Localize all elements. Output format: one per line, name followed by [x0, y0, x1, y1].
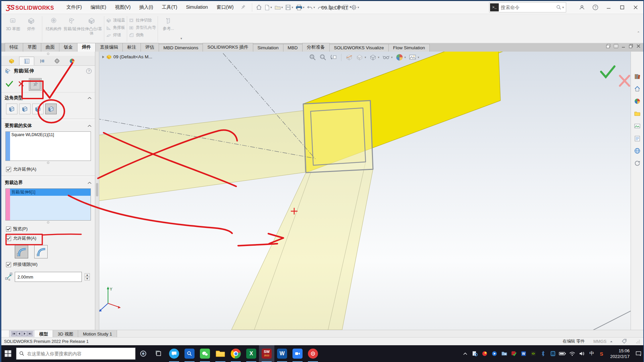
- print-button[interactable]: ▾: [295, 3, 306, 12]
- corner-type-3-button[interactable]: [32, 104, 44, 114]
- taskbar-app-remote[interactable]: [305, 345, 321, 362]
- keep-visible-pin-button[interactable]: [29, 78, 42, 91]
- taskbar-search-box[interactable]: [16, 348, 136, 360]
- scene-settings-icon[interactable]: ▾: [409, 54, 419, 61]
- extruded-cut-button[interactable]: 拉伸切除: [129, 17, 156, 23]
- menu-item-4[interactable]: 工具(T): [158, 2, 181, 12]
- tray-battery-icon[interactable]: [558, 347, 567, 360]
- boundary-section-header[interactable]: 剪裁边界: [1, 177, 95, 187]
- help-icon[interactable]: ?: [590, 2, 601, 12]
- action-center-icon[interactable]: [634, 347, 643, 360]
- file-explorer-icon[interactable]: [633, 110, 641, 118]
- undo-button[interactable]: ▾: [306, 4, 316, 11]
- gap-spinner[interactable]: ▲▼: [85, 273, 90, 281]
- feature-manager-tab[interactable]: [4, 57, 19, 65]
- doc-restore-icon[interactable]: [629, 44, 633, 49]
- taskbar-search-input[interactable]: [27, 351, 132, 356]
- panel-collapse-handle[interactable]: [1, 52, 95, 56]
- corner-type-section-header[interactable]: 边角类型: [1, 93, 95, 102]
- tray-waves-icon[interactable]: W: [519, 347, 528, 360]
- command-tab-13[interactable]: SOLIDWORKS Visualize: [329, 44, 389, 52]
- menu-item-5[interactable]: Simulation: [182, 2, 211, 12]
- previous-tab-button[interactable]: [17, 331, 22, 336]
- pin-menu-icon[interactable]: [240, 4, 246, 11]
- list-item-selected[interactable]: 剪裁/延伸6[1]: [10, 189, 91, 196]
- trim-extend-button[interactable]: 剪裁/延伸: [63, 15, 81, 42]
- list-item[interactable]: Square WLDM2E(1)[11]: [10, 132, 91, 138]
- ribbon-pin-chevron[interactable]: ⌃: [637, 31, 640, 35]
- structural-member-button[interactable]: 结构构件: [44, 15, 63, 42]
- command-tab-3[interactable]: 钣金: [59, 43, 77, 52]
- open-button[interactable]: ▾: [274, 4, 284, 11]
- taskbar-app-search-tool[interactable]: [182, 345, 197, 362]
- corner-type-2-button[interactable]: [19, 104, 31, 114]
- taskbar-app-solidworks[interactable]: SW 2022: [259, 345, 274, 362]
- tile-windows-icon[interactable]: [614, 44, 618, 49]
- zoom-area-icon[interactable]: [319, 54, 327, 61]
- tray-ime-indicator[interactable]: 中: [587, 347, 596, 360]
- edit-appearance-icon[interactable]: ▾: [396, 54, 406, 61]
- menu-item-2[interactable]: 视图(V): [111, 2, 135, 12]
- command-tab-2[interactable]: 曲面: [41, 43, 59, 52]
- start-button[interactable]: [0, 345, 16, 362]
- menu-item-1[interactable]: 编辑(E): [87, 2, 110, 12]
- command-search-input[interactable]: [499, 5, 556, 10]
- command-tab-1[interactable]: 草图: [23, 43, 41, 52]
- taskbar-app-chat[interactable]: [166, 345, 182, 362]
- command-tab-7[interactable]: 评估: [141, 43, 159, 52]
- previous-view-icon[interactable]: [330, 54, 337, 61]
- section-view-icon[interactable]: [345, 54, 353, 61]
- dimxpert-manager-tab[interactable]: [49, 57, 64, 65]
- bodies-section-header[interactable]: 要剪裁的实体: [1, 120, 95, 130]
- tray-volume-icon[interactable]: [578, 347, 586, 360]
- vertical-tube-body[interactable]: [231, 169, 373, 330]
- collapse-chevron-icon[interactable]: [88, 180, 92, 185]
- home-button[interactable]: [255, 3, 263, 12]
- tray-nvidia-icon[interactable]: [529, 347, 538, 360]
- preview-checkbox[interactable]: [6, 227, 11, 232]
- ribbon-overflow-caret[interactable]: ▾: [180, 37, 182, 40]
- view-palette-icon[interactable]: [633, 122, 641, 130]
- close-button[interactable]: [630, 2, 641, 12]
- horizontal-tube-body[interactable]: [99, 111, 305, 201]
- units-selector[interactable]: MMGS: [593, 339, 613, 344]
- cancel-button[interactable]: [18, 81, 24, 88]
- taskbar-app-word[interactable]: W: [274, 345, 290, 362]
- list-resize-handle[interactable]: [1, 221, 95, 224]
- weld-bead-button[interactable]: 焊缝: [106, 32, 125, 38]
- breadcrumb[interactable]: 09 (Default<As M...: [102, 54, 152, 59]
- breadcrumb-text[interactable]: 09 (Default<As M...: [113, 54, 152, 59]
- gusset-button[interactable]: 角撑板: [106, 25, 125, 31]
- command-tab-12[interactable]: 分析准备: [302, 43, 330, 52]
- splitter-thumb[interactable]: [96, 183, 98, 196]
- updates-refresh-icon[interactable]: [633, 159, 641, 167]
- tag-icon[interactable]: [622, 339, 627, 345]
- account-icon[interactable]: [576, 2, 588, 12]
- taskbar-app-wechat[interactable]: [197, 345, 213, 362]
- tray-blue-circle-icon[interactable]: [490, 347, 499, 360]
- chamfer-button[interactable]: 倒角: [129, 32, 156, 38]
- last-tab-button[interactable]: [28, 331, 33, 336]
- command-tab-4[interactable]: 焊件: [77, 43, 96, 52]
- command-tab-9[interactable]: SOLIDWORKS 插件: [203, 43, 253, 52]
- expand-arrow-icon[interactable]: [102, 55, 105, 59]
- cortana-button[interactable]: [136, 345, 151, 362]
- command-tab-6[interactable]: 标注: [122, 43, 141, 52]
- extruded-boss-button[interactable]: 拉伸凸台/基体: [81, 15, 102, 42]
- doc-minimize-icon[interactable]: [622, 44, 626, 49]
- tray-chevron-up-icon[interactable]: [461, 347, 470, 360]
- command-tab-10[interactable]: Simulation: [253, 44, 283, 52]
- doc-close-icon[interactable]: [637, 44, 641, 49]
- graphics-area[interactable]: Y Z 09 (Default<As M... ▾ ▾ ▾ ▾ ▾: [99, 52, 633, 330]
- view-orientation-icon[interactable]: ▾: [356, 54, 366, 61]
- menu-item-0[interactable]: 文件(F): [63, 2, 86, 12]
- tab-motion-study[interactable]: Motion Study 1: [78, 330, 117, 337]
- taskbar-app-excel[interactable]: X: [244, 345, 259, 362]
- first-tab-button[interactable]: [11, 331, 16, 336]
- collapse-chevron-icon[interactable]: [88, 123, 92, 128]
- appearances-ball-icon[interactable]: [633, 97, 641, 105]
- display-style-icon[interactable]: ▾: [369, 54, 380, 61]
- corner-type-1-button[interactable]: [6, 104, 17, 114]
- tray-doc-search-icon[interactable]: [471, 347, 479, 360]
- taskbar-clock[interactable]: 15:06 2022/2/17: [607, 348, 633, 359]
